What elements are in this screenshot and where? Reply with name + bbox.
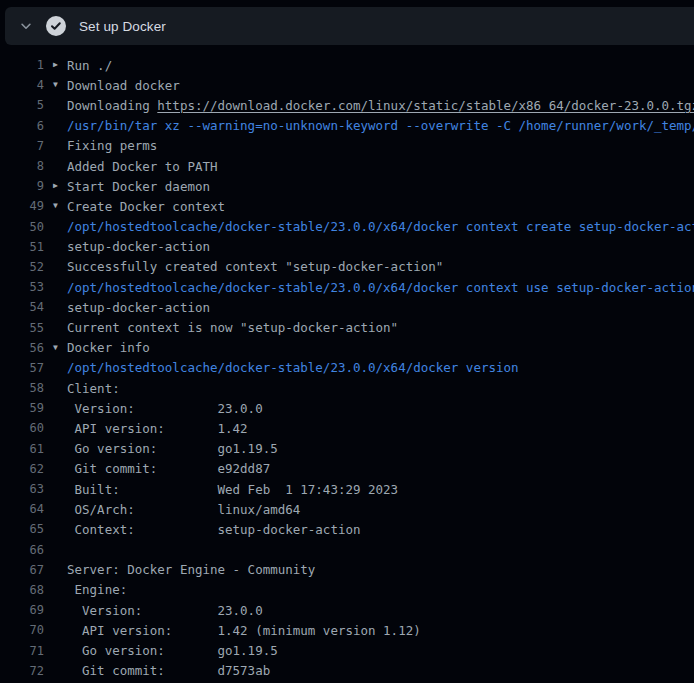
log-line: 57/opt/hostedtoolcache/docker-stable/23.… — [0, 358, 694, 378]
log-line: 64 OS/Arch: linux/amd64 — [0, 499, 694, 519]
log-text: Engine: — [67, 582, 127, 597]
check-circle-icon — [46, 16, 66, 36]
log-text: Added Docker to PATH — [67, 159, 218, 174]
log-line: 72 Git commit: d7573ab — [0, 661, 694, 681]
line-number[interactable]: 6 — [0, 119, 44, 133]
log-text: Version: 23.0.0 — [67, 603, 263, 618]
group-label[interactable]: Run ./ — [67, 58, 112, 73]
line-number[interactable]: 72 — [0, 664, 44, 678]
log-text: setup-docker-action — [67, 239, 210, 254]
log-line: 61 Go version: go1.19.5 — [0, 439, 694, 459]
line-number[interactable]: 8 — [0, 159, 44, 173]
line-number[interactable]: 50 — [0, 220, 44, 234]
log-text: Fixing perms — [67, 138, 157, 153]
log-text: Server: Docker Engine - Community — [67, 562, 315, 577]
line-number[interactable]: 65 — [0, 522, 44, 536]
log-text: Context: setup-docker-action — [67, 522, 361, 537]
log-line: 9▶Start Docker daemon — [0, 176, 694, 196]
log-line: 6/usr/bin/tar xz --warning=no-unknown-ke… — [0, 116, 694, 136]
log-line: 8Added Docker to PATH — [0, 156, 694, 176]
step-title: Set up Docker — [79, 19, 166, 34]
line-number[interactable]: 49 — [0, 199, 44, 213]
group-label[interactable]: Docker info — [67, 340, 150, 355]
line-number[interactable]: 62 — [0, 462, 44, 476]
line-number[interactable]: 51 — [0, 240, 44, 254]
line-number[interactable]: 57 — [0, 361, 44, 375]
log-line: 4▼Download docker — [0, 75, 694, 95]
log-line: 71 Go version: go1.19.5 — [0, 640, 694, 660]
log-line: 67Server: Docker Engine - Community — [0, 560, 694, 580]
log-text: Built: Wed Feb 1 17:43:29 2023 — [67, 482, 398, 497]
line-number[interactable]: 66 — [0, 543, 44, 557]
actions-log-panel: Set up Docker 1▶Run ./4▼Download docker5… — [0, 0, 694, 683]
line-number[interactable]: 61 — [0, 442, 44, 456]
log-viewer: 1▶Run ./4▼Download docker5Downloading ht… — [0, 45, 694, 683]
line-number[interactable]: 4 — [0, 78, 44, 92]
log-line: 62 Git commit: e92dd87 — [0, 459, 694, 479]
expand-group-icon[interactable]: ▶ — [53, 61, 67, 69]
group-label[interactable]: Download docker — [67, 78, 180, 93]
log-line: 70 API version: 1.42 (minimum version 1.… — [0, 620, 694, 640]
log-text: Version: 23.0.0 — [67, 401, 263, 416]
line-number[interactable]: 59 — [0, 401, 44, 415]
log-line: 63 Built: Wed Feb 1 17:43:29 2023 — [0, 479, 694, 499]
line-number[interactable]: 56 — [0, 341, 44, 355]
log-text: Downloading — [67, 98, 157, 113]
group-label[interactable]: Start Docker daemon — [67, 179, 210, 194]
log-text: Git commit: e92dd87 — [67, 461, 270, 476]
line-number[interactable]: 70 — [0, 623, 44, 637]
command-text: /usr/bin/tar xz --warning=no-unknown-key… — [67, 118, 694, 133]
line-number[interactable]: 58 — [0, 381, 44, 395]
log-text: Downloading https://download.docker.com/… — [67, 98, 694, 113]
line-number[interactable]: 55 — [0, 321, 44, 335]
collapse-group-icon[interactable]: ▼ — [53, 81, 67, 89]
line-number[interactable]: 53 — [0, 280, 44, 294]
line-number[interactable]: 7 — [0, 139, 44, 153]
log-link[interactable]: https://download.docker.com/linux/static… — [157, 98, 694, 113]
log-text: setup-docker-action — [67, 300, 210, 315]
log-text: Go version: go1.19.5 — [67, 643, 278, 658]
line-number[interactable]: 1 — [0, 58, 44, 72]
collapse-group-icon[interactable]: ▼ — [53, 344, 67, 352]
command-text: /opt/hostedtoolcache/docker-stable/23.0.… — [67, 219, 694, 234]
log-line: 58Client: — [0, 378, 694, 398]
line-number[interactable]: 54 — [0, 300, 44, 314]
group-label[interactable]: Create Docker context — [67, 199, 225, 214]
line-number[interactable]: 5 — [0, 98, 44, 112]
log-line: 59 Version: 23.0.0 — [0, 398, 694, 418]
line-number[interactable]: 68 — [0, 583, 44, 597]
line-number[interactable]: 52 — [0, 260, 44, 274]
line-number[interactable]: 71 — [0, 644, 44, 658]
log-line: 50/opt/hostedtoolcache/docker-stable/23.… — [0, 217, 694, 237]
line-number[interactable]: 63 — [0, 482, 44, 496]
log-line: 53/opt/hostedtoolcache/docker-stable/23.… — [0, 277, 694, 297]
log-line: 52Successfully created context "setup-do… — [0, 257, 694, 277]
log-line: 5Downloading https://download.docker.com… — [0, 95, 694, 115]
log-text: OS/Arch: linux/amd64 — [67, 502, 300, 517]
chevron-down-icon[interactable] — [18, 18, 34, 34]
log-line: 1▶Run ./ — [0, 55, 694, 75]
command-text: /opt/hostedtoolcache/docker-stable/23.0.… — [67, 360, 519, 375]
command-text: /opt/hostedtoolcache/docker-stable/23.0.… — [67, 280, 694, 295]
log-line: 69 Version: 23.0.0 — [0, 600, 694, 620]
line-number[interactable]: 67 — [0, 563, 44, 577]
expand-group-icon[interactable]: ▶ — [53, 182, 67, 190]
log-line: 56▼Docker info — [0, 338, 694, 358]
line-number[interactable]: 60 — [0, 421, 44, 435]
line-number[interactable]: 9 — [0, 179, 44, 193]
log-line: 68 Engine: — [0, 580, 694, 600]
log-text: Current context is now "setup-docker-act… — [67, 320, 398, 335]
collapse-group-icon[interactable]: ▼ — [53, 202, 67, 210]
line-number[interactable]: 69 — [0, 603, 44, 617]
line-number[interactable]: 64 — [0, 502, 44, 516]
log-line: 54setup-docker-action — [0, 297, 694, 317]
log-line: 51setup-docker-action — [0, 237, 694, 257]
log-line: 49▼Create Docker context — [0, 196, 694, 216]
log-line: 60 API version: 1.42 — [0, 418, 694, 438]
log-text: API version: 1.42 — [67, 421, 248, 436]
log-text: API version: 1.42 (minimum version 1.12) — [67, 623, 421, 638]
log-line: 7Fixing perms — [0, 136, 694, 156]
step-header[interactable]: Set up Docker — [5, 7, 694, 45]
log-text: Go version: go1.19.5 — [67, 441, 278, 456]
log-text: Git commit: d7573ab — [67, 663, 270, 678]
